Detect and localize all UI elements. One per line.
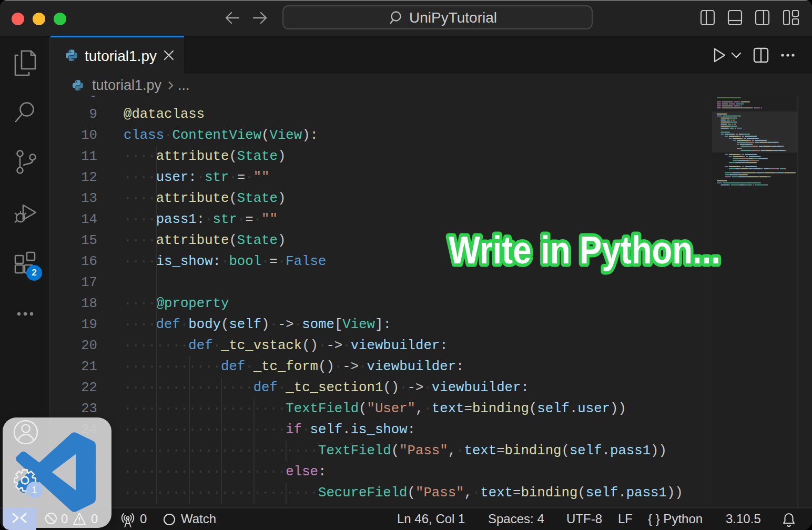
- svg-text:Write in Python...: Write in Python...: [449, 228, 720, 272]
- svg-text:0: 0: [91, 512, 98, 526]
- svg-text:0: 0: [61, 512, 68, 526]
